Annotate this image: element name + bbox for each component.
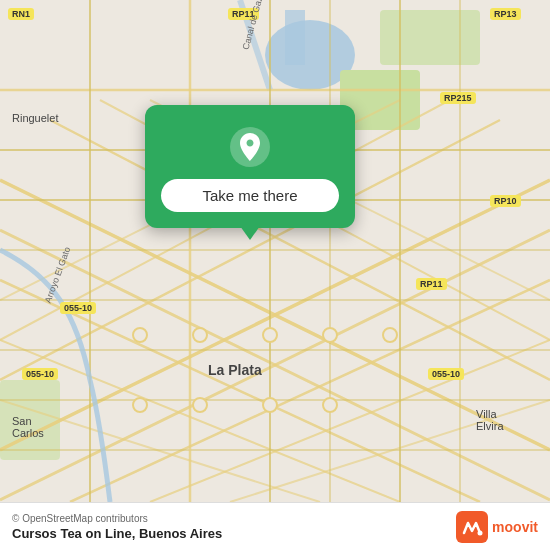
svg-point-44 [193,398,207,412]
road-label-rp10: RP10 [490,195,521,207]
road-label-055-10-left2: 055-10 [22,368,58,380]
map-svg [0,0,550,502]
area-label-san-carlos: San Carlos [12,415,44,439]
moovit-icon [456,511,488,543]
road-label-055-10-right: 055-10 [428,368,464,380]
area-label-la-plata: La Plata [208,362,262,378]
area-label-villa-elvira: Villa Elvira [476,408,504,432]
bottom-bar: © OpenStreetMap contributors Cursos Tea … [0,502,550,550]
svg-rect-48 [456,511,488,543]
road-label-rp13: RP13 [490,8,521,20]
location-title: Cursos Tea on Line, Buenos Aires [12,526,222,541]
road-label-rn1: RN1 [8,8,34,20]
take-me-there-button[interactable]: Take me there [161,179,339,212]
svg-point-45 [133,398,147,412]
area-label-ringuelet: Ringuelet [12,112,58,124]
svg-rect-4 [380,10,480,65]
copyright-text: © OpenStreetMap contributors [12,513,222,524]
svg-point-46 [383,328,397,342]
svg-point-39 [323,328,337,342]
svg-point-43 [133,328,147,342]
svg-point-38 [263,328,277,342]
bottom-bar-info: © OpenStreetMap contributors Cursos Tea … [12,513,222,541]
road-label-rp215: RP215 [440,92,476,104]
location-pin-icon [228,125,272,169]
moovit-text: moovit [492,519,538,535]
svg-point-49 [478,530,483,535]
svg-point-40 [263,398,277,412]
popup-card: Take me there [145,105,355,228]
svg-point-42 [193,328,207,342]
map-container: RN1 RP13 RP11 RP215 RP10 RP11 055-10 055… [0,0,550,550]
svg-rect-2 [285,10,305,65]
moovit-logo: moovit [456,511,538,543]
svg-point-41 [323,398,337,412]
road-label-rp11-mid: RP11 [416,278,447,290]
road-label-055-10-left: 055-10 [60,302,96,314]
